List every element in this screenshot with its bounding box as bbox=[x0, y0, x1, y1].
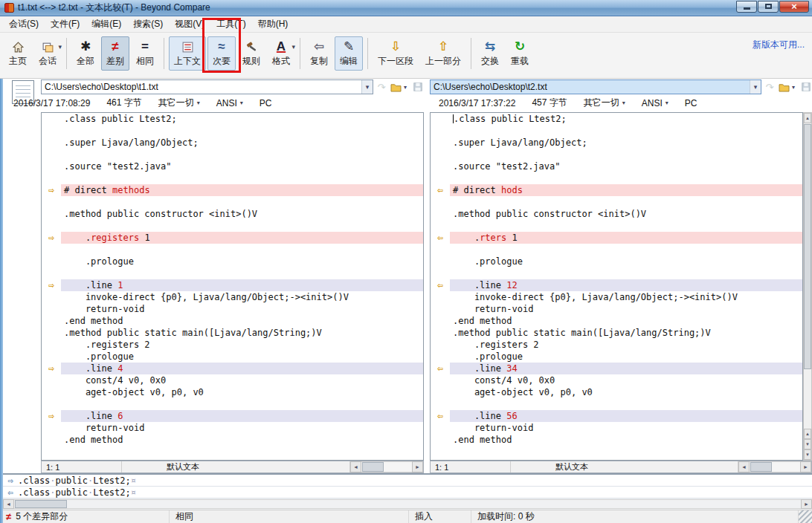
show-same-button[interactable]: =相同 bbox=[131, 36, 159, 71]
chevron-down-icon[interactable]: ▾ bbox=[750, 80, 761, 94]
code-line[interactable] bbox=[431, 149, 802, 160]
chevron-down-icon[interactable]: ▾ bbox=[404, 84, 410, 91]
vertical-scrollbar[interactable] bbox=[803, 112, 812, 461]
code-line[interactable]: return-void bbox=[431, 303, 802, 315]
code-line[interactable]: return-void bbox=[42, 422, 423, 434]
code-line[interactable]: ⇨ .line 4 bbox=[42, 363, 423, 374]
code-line[interactable]: .prologue bbox=[42, 256, 423, 267]
code-line[interactable]: ⇨ .registers 1 bbox=[42, 232, 423, 244]
minimize-button[interactable] bbox=[736, 1, 757, 13]
code-line[interactable] bbox=[431, 220, 802, 232]
code-line[interactable]: const/4 v0, 0x0 bbox=[431, 374, 802, 386]
close-button[interactable] bbox=[779, 1, 809, 13]
code-line[interactable]: .method public constructor <init>()V bbox=[431, 208, 802, 220]
code-line[interactable]: invoke-direct {p0}, Ljava/lang/Object;->… bbox=[431, 291, 802, 303]
scroll-thumb[interactable] bbox=[804, 124, 811, 369]
sync-icon[interactable] bbox=[376, 81, 387, 93]
code-line[interactable]: ⇦ .line 12 bbox=[431, 279, 802, 291]
scroll-track[interactable] bbox=[14, 499, 801, 509]
scroll-thumb[interactable] bbox=[362, 462, 384, 472]
code-line[interactable]: ⇨# direct methods bbox=[42, 184, 423, 196]
right-file-pane[interactable]: .class public Ltest2;.super Ljava/lang/O… bbox=[430, 112, 803, 461]
scroll-thumb[interactable] bbox=[750, 462, 772, 472]
scroll-track[interactable] bbox=[804, 123, 811, 429]
code-line[interactable]: aget-object v0, p0, v0 bbox=[431, 386, 802, 398]
code-line[interactable] bbox=[431, 196, 802, 208]
code-line[interactable]: return-void bbox=[42, 303, 423, 315]
code-line[interactable]: .method public static main([Ljava/lang/S… bbox=[42, 327, 423, 339]
scroll-thumb[interactable] bbox=[15, 500, 67, 508]
scroll-down-button[interactable] bbox=[804, 449, 811, 460]
code-line[interactable]: return-void bbox=[431, 422, 802, 434]
chevron-down-icon[interactable]: ▾ bbox=[792, 84, 798, 91]
scroll-right-button[interactable] bbox=[801, 499, 812, 509]
home-button[interactable]: 主页 bbox=[4, 36, 32, 71]
show-diff-button[interactable]: ≠差别 bbox=[101, 36, 129, 71]
code-line[interactable]: ⇨ .line 1 bbox=[42, 279, 423, 291]
menu-item-file[interactable]: 文件(F) bbox=[45, 16, 86, 33]
chevron-down-icon[interactable]: ▾ bbox=[58, 43, 62, 51]
code-line[interactable]: .source "test2.java" bbox=[431, 160, 802, 172]
code-line[interactable]: .registers 2 bbox=[42, 339, 423, 351]
code-line[interactable]: ⇦# direct hods bbox=[431, 184, 802, 196]
code-line[interactable]: .prologue bbox=[431, 256, 802, 267]
right-path-combo[interactable]: C:\Users\echo\Desktop\t2.txt ▾ bbox=[430, 79, 761, 94]
menu-item-view[interactable]: 视图(V) bbox=[169, 16, 210, 33]
code-line[interactable] bbox=[431, 398, 802, 410]
code-line[interactable]: .registers 2 bbox=[431, 339, 802, 351]
code-line[interactable] bbox=[431, 244, 802, 256]
save-icon[interactable] bbox=[800, 81, 812, 93]
code-line[interactable]: .method public static main([Ljava/lang/S… bbox=[431, 327, 802, 339]
left-path-combo[interactable]: C:\Users\echo\Desktop\t1.txt ▾ bbox=[41, 79, 373, 94]
show-all-button[interactable]: ✱全部 bbox=[71, 36, 100, 71]
next-diff-button[interactable] bbox=[804, 439, 811, 449]
menu-item-search[interactable]: 搜索(S) bbox=[127, 16, 169, 33]
chevron-down-icon[interactable]: ▾ bbox=[291, 43, 295, 51]
scroll-track[interactable] bbox=[361, 461, 412, 472]
code-line[interactable]: ⇨ .line 6 bbox=[42, 410, 423, 422]
code-line[interactable]: .source "test2.java" bbox=[42, 160, 423, 172]
code-line[interactable]: aget-object v0, p0, v0 bbox=[42, 386, 423, 398]
code-line[interactable] bbox=[42, 398, 423, 410]
code-line[interactable] bbox=[42, 244, 423, 256]
copy-button[interactable]: ⇦复制 bbox=[305, 36, 333, 71]
code-line[interactable] bbox=[42, 172, 423, 184]
code-line[interactable]: ⇦ .line 34 bbox=[431, 363, 802, 374]
maximize-button[interactable] bbox=[758, 1, 779, 13]
open-folder-icon[interactable] bbox=[778, 81, 790, 93]
right-encoding-combo[interactable]: ANSI▾ bbox=[642, 98, 668, 108]
scroll-left-button[interactable] bbox=[3, 499, 14, 509]
rules-button[interactable]: 规则 bbox=[237, 36, 265, 71]
code-line[interactable] bbox=[42, 196, 423, 208]
code-line[interactable]: const/4 v0, 0x0 bbox=[42, 374, 423, 386]
minor-button[interactable]: ≈次要 bbox=[207, 36, 236, 71]
detail-horizontal-scrollbar[interactable] bbox=[3, 499, 812, 509]
code-line[interactable]: ⇦ .line 56 bbox=[431, 410, 802, 422]
scroll-left-button[interactable] bbox=[350, 461, 361, 472]
detail-row[interactable]: ⇨.class·public·Ltest2;¤ bbox=[3, 475, 812, 487]
scroll-up-button[interactable] bbox=[804, 113, 811, 123]
left-encoding-combo[interactable]: ANSI▾ bbox=[216, 98, 243, 108]
scroll-left-button[interactable] bbox=[738, 461, 750, 472]
menu-item-edit[interactable]: 编辑(E) bbox=[86, 16, 127, 33]
prev-diff-button[interactable] bbox=[804, 429, 811, 439]
code-line[interactable]: .class public Ltest2; bbox=[431, 113, 802, 125]
scroll-right-button[interactable] bbox=[412, 461, 423, 472]
open-folder-icon[interactable] bbox=[390, 81, 402, 93]
code-line[interactable] bbox=[42, 149, 423, 160]
code-line[interactable] bbox=[431, 125, 802, 137]
code-line[interactable]: invoke-direct {p0}, Ljava/lang/Object;->… bbox=[42, 291, 423, 303]
menu-item-session[interactable]: 会话(S) bbox=[3, 16, 45, 33]
sync-icon[interactable] bbox=[764, 81, 776, 93]
code-line[interactable] bbox=[42, 125, 423, 137]
code-line[interactable]: .super Ljava/lang/Object; bbox=[431, 137, 802, 149]
right-compare-mode-combo[interactable]: 其它一切▾ bbox=[584, 97, 625, 109]
scroll-right-button[interactable] bbox=[800, 461, 811, 472]
code-line[interactable]: .end method bbox=[431, 315, 802, 327]
left-compare-mode-combo[interactable]: 其它一切▾ bbox=[158, 97, 200, 109]
prev-section-button[interactable]: ⇧上一部分 bbox=[420, 36, 466, 71]
swap-button[interactable]: ⇆交换 bbox=[476, 36, 504, 71]
save-icon[interactable] bbox=[412, 81, 424, 93]
code-line[interactable]: .prologue bbox=[42, 351, 423, 363]
right-horizontal-scrollbar[interactable] bbox=[738, 461, 811, 472]
